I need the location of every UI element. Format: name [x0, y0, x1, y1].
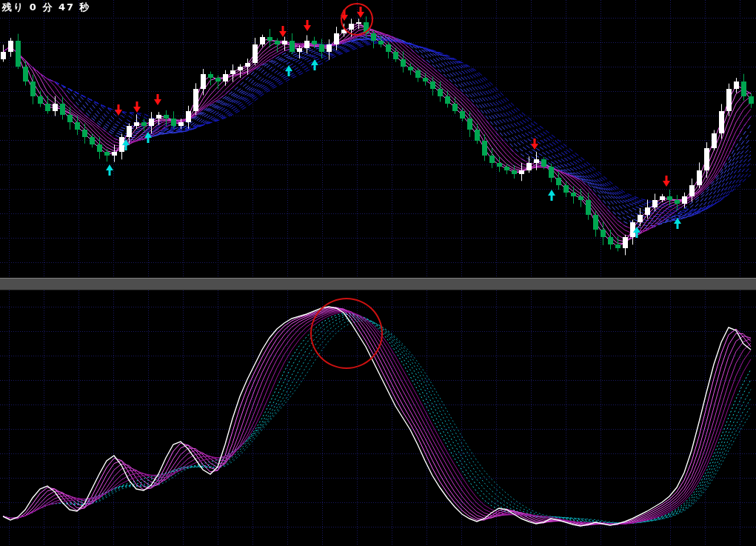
- stochastic-indicator-panel[interactable]: [0, 290, 756, 546]
- price-chart-panel[interactable]: 残り 0 分 47 秒: [0, 0, 756, 278]
- trading-terminal-screen: 残り 0 分 47 秒 STOStd_4TF 39.8864 54.4373 3…: [0, 0, 756, 546]
- indicator-separator-bar[interactable]: STOStd_4TF 39.8864 54.4373 39.8864 55.38…: [0, 278, 756, 290]
- stochastic-indicator-canvas[interactable]: [0, 290, 756, 546]
- price-chart-canvas[interactable]: [0, 0, 756, 278]
